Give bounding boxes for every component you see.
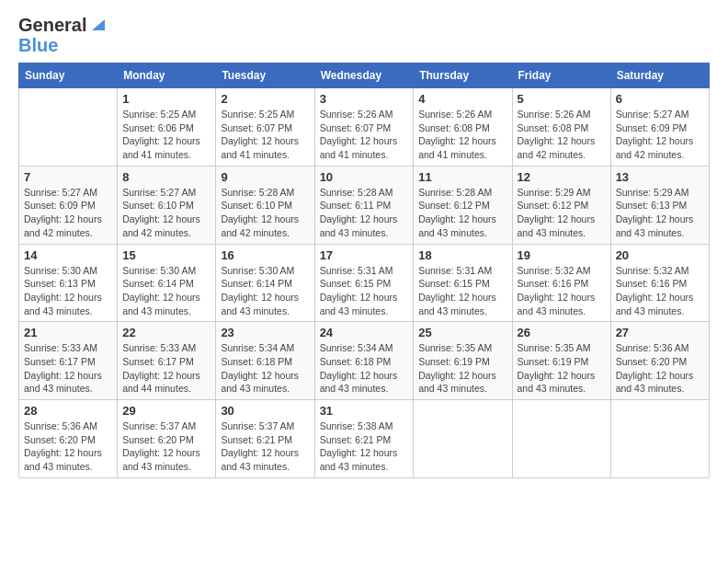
day-info: Sunrise: 5:26 AMSunset: 6:08 PMDaylight:… [518, 108, 606, 162]
calendar-week-2: 7Sunrise: 5:27 AMSunset: 6:09 PMDaylight… [19, 166, 710, 244]
day-number: 31 [320, 404, 409, 418]
day-number: 11 [418, 170, 506, 184]
calendar-cell [512, 400, 610, 478]
day-number: 13 [616, 170, 704, 184]
day-info: Sunrise: 5:25 AMSunset: 6:07 PMDaylight:… [221, 108, 309, 162]
day-info: Sunrise: 5:30 AMSunset: 6:14 PMDaylight:… [221, 264, 309, 318]
day-info: Sunrise: 5:29 AMSunset: 6:13 PMDaylight:… [616, 186, 704, 240]
day-number: 27 [616, 326, 704, 339]
day-number: 18 [418, 248, 506, 262]
calendar-cell: 29Sunrise: 5:37 AMSunset: 6:20 PMDayligh… [118, 400, 216, 478]
day-info: Sunrise: 5:27 AMSunset: 6:09 PMDaylight:… [24, 186, 112, 240]
day-number: 6 [616, 92, 704, 106]
logo-blue-text: Blue [18, 35, 58, 55]
calendar-cell: 16Sunrise: 5:30 AMSunset: 6:14 PMDayligh… [216, 244, 314, 322]
calendar-cell: 14Sunrise: 5:30 AMSunset: 6:13 PMDayligh… [19, 244, 118, 322]
day-number: 23 [221, 326, 309, 339]
calendar-cell: 17Sunrise: 5:31 AMSunset: 6:15 PMDayligh… [314, 244, 414, 322]
day-info: Sunrise: 5:31 AMSunset: 6:15 PMDaylight:… [418, 264, 506, 318]
day-number: 16 [221, 248, 309, 262]
day-info: Sunrise: 5:30 AMSunset: 6:13 PMDaylight:… [24, 264, 112, 318]
day-number: 20 [616, 248, 704, 262]
calendar-cell: 2Sunrise: 5:25 AMSunset: 6:07 PMDaylight… [216, 88, 314, 167]
day-info: Sunrise: 5:31 AMSunset: 6:15 PMDaylight:… [320, 264, 409, 318]
day-number: 25 [418, 326, 506, 339]
day-number: 5 [518, 92, 606, 106]
calendar-cell: 12Sunrise: 5:29 AMSunset: 6:12 PMDayligh… [512, 166, 610, 244]
calendar-cell: 31Sunrise: 5:38 AMSunset: 6:21 PMDayligh… [314, 400, 414, 478]
day-number: 9 [221, 170, 309, 184]
day-info: Sunrise: 5:37 AMSunset: 6:21 PMDaylight:… [221, 419, 309, 474]
day-info: Sunrise: 5:27 AMSunset: 6:10 PMDaylight:… [122, 186, 210, 240]
day-number: 28 [24, 404, 112, 418]
calendar-cell: 22Sunrise: 5:33 AMSunset: 6:17 PMDayligh… [118, 322, 216, 400]
calendar-cell: 20Sunrise: 5:32 AMSunset: 6:16 PMDayligh… [610, 244, 709, 322]
logo-icon [88, 16, 105, 32]
calendar-cell: 11Sunrise: 5:28 AMSunset: 6:12 PMDayligh… [414, 166, 512, 244]
calendar-cell: 6Sunrise: 5:27 AMSunset: 6:09 PMDaylight… [610, 88, 709, 167]
day-number: 8 [122, 170, 210, 184]
day-info: Sunrise: 5:36 AMSunset: 6:20 PMDaylight:… [616, 341, 704, 396]
calendar-cell: 27Sunrise: 5:36 AMSunset: 6:20 PMDayligh… [610, 322, 709, 400]
day-info: Sunrise: 5:33 AMSunset: 6:17 PMDaylight:… [122, 341, 210, 396]
calendar-week-5: 28Sunrise: 5:36 AMSunset: 6:20 PMDayligh… [19, 400, 710, 478]
day-number: 22 [122, 326, 210, 339]
day-info: Sunrise: 5:35 AMSunset: 6:19 PMDaylight:… [418, 341, 506, 396]
calendar-cell: 18Sunrise: 5:31 AMSunset: 6:15 PMDayligh… [414, 244, 512, 322]
day-info: Sunrise: 5:28 AMSunset: 6:11 PMDaylight:… [320, 186, 409, 240]
weekday-header-wednesday: Wednesday [314, 63, 414, 88]
calendar-cell: 23Sunrise: 5:34 AMSunset: 6:18 PMDayligh… [216, 322, 314, 400]
day-number: 21 [24, 326, 112, 339]
day-number: 3 [320, 92, 409, 106]
day-number: 1 [122, 92, 210, 106]
day-number: 7 [24, 170, 112, 184]
day-info: Sunrise: 5:38 AMSunset: 6:21 PMDaylight:… [320, 419, 409, 474]
day-info: Sunrise: 5:33 AMSunset: 6:17 PMDaylight:… [24, 341, 112, 396]
svg-marker-0 [92, 19, 105, 30]
calendar-cell [19, 88, 118, 167]
day-number: 29 [122, 404, 210, 418]
weekday-header-tuesday: Tuesday [216, 63, 314, 88]
day-info: Sunrise: 5:26 AMSunset: 6:08 PMDaylight:… [418, 108, 506, 162]
calendar-cell: 8Sunrise: 5:27 AMSunset: 6:10 PMDaylight… [118, 166, 216, 244]
day-number: 24 [320, 326, 409, 339]
day-number: 12 [518, 170, 606, 184]
day-info: Sunrise: 5:25 AMSunset: 6:06 PMDaylight:… [122, 108, 210, 162]
day-info: Sunrise: 5:29 AMSunset: 6:12 PMDaylight:… [518, 186, 606, 240]
day-number: 26 [518, 326, 606, 339]
day-info: Sunrise: 5:28 AMSunset: 6:12 PMDaylight:… [418, 186, 506, 240]
calendar-cell: 1Sunrise: 5:25 AMSunset: 6:06 PMDaylight… [118, 88, 216, 167]
day-info: Sunrise: 5:36 AMSunset: 6:20 PMDaylight:… [24, 419, 112, 474]
day-number: 30 [221, 404, 309, 418]
day-info: Sunrise: 5:27 AMSunset: 6:09 PMDaylight:… [616, 108, 704, 162]
day-info: Sunrise: 5:30 AMSunset: 6:14 PMDaylight:… [122, 264, 210, 318]
calendar-cell: 30Sunrise: 5:37 AMSunset: 6:21 PMDayligh… [216, 400, 314, 478]
day-number: 4 [418, 92, 506, 106]
weekday-header-saturday: Saturday [610, 63, 709, 88]
header: General Blue [18, 15, 710, 55]
weekday-header-sunday: Sunday [19, 63, 118, 88]
calendar-week-4: 21Sunrise: 5:33 AMSunset: 6:17 PMDayligh… [19, 322, 710, 400]
day-number: 17 [320, 248, 409, 262]
day-info: Sunrise: 5:37 AMSunset: 6:20 PMDaylight:… [122, 419, 210, 474]
calendar-cell: 3Sunrise: 5:26 AMSunset: 6:07 PMDaylight… [314, 88, 414, 167]
calendar-cell: 9Sunrise: 5:28 AMSunset: 6:10 PMDaylight… [216, 166, 314, 244]
calendar-cell: 28Sunrise: 5:36 AMSunset: 6:20 PMDayligh… [19, 400, 118, 478]
logo-general-text: General [18, 15, 86, 35]
calendar-cell: 21Sunrise: 5:33 AMSunset: 6:17 PMDayligh… [19, 322, 118, 400]
calendar-cell [610, 400, 709, 478]
calendar-cell: 26Sunrise: 5:35 AMSunset: 6:19 PMDayligh… [512, 322, 610, 400]
day-info: Sunrise: 5:32 AMSunset: 6:16 PMDaylight:… [518, 264, 606, 318]
calendar-cell: 10Sunrise: 5:28 AMSunset: 6:11 PMDayligh… [314, 166, 414, 244]
day-info: Sunrise: 5:28 AMSunset: 6:10 PMDaylight:… [221, 186, 309, 240]
weekday-header-monday: Monday [118, 63, 216, 88]
logo: General Blue [18, 15, 105, 55]
day-info: Sunrise: 5:26 AMSunset: 6:07 PMDaylight:… [320, 108, 409, 162]
calendar-cell: 4Sunrise: 5:26 AMSunset: 6:08 PMDaylight… [414, 88, 512, 167]
calendar-cell: 5Sunrise: 5:26 AMSunset: 6:08 PMDaylight… [512, 88, 610, 167]
calendar-cell [414, 400, 512, 478]
day-info: Sunrise: 5:35 AMSunset: 6:19 PMDaylight:… [518, 341, 606, 396]
calendar-cell: 7Sunrise: 5:27 AMSunset: 6:09 PMDaylight… [19, 166, 118, 244]
weekday-header-thursday: Thursday [414, 63, 512, 88]
day-info: Sunrise: 5:34 AMSunset: 6:18 PMDaylight:… [221, 341, 309, 396]
